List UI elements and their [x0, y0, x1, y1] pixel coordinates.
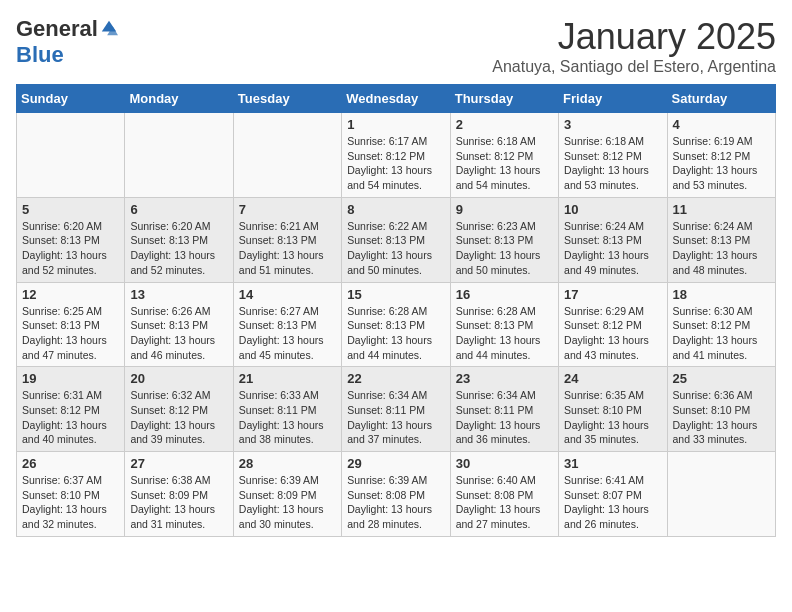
calendar-cell: 27Sunrise: 6:38 AMSunset: 8:09 PMDayligh… — [125, 452, 233, 537]
day-number: 14 — [239, 287, 336, 302]
day-number: 11 — [673, 202, 770, 217]
calendar-cell: 22Sunrise: 6:34 AMSunset: 8:11 PMDayligh… — [342, 367, 450, 452]
day-info: Sunrise: 6:18 AMSunset: 8:12 PMDaylight:… — [456, 134, 553, 193]
day-info: Sunrise: 6:26 AMSunset: 8:13 PMDaylight:… — [130, 304, 227, 363]
day-number: 30 — [456, 456, 553, 471]
calendar-cell: 15Sunrise: 6:28 AMSunset: 8:13 PMDayligh… — [342, 282, 450, 367]
calendar-cell: 12Sunrise: 6:25 AMSunset: 8:13 PMDayligh… — [17, 282, 125, 367]
day-number: 10 — [564, 202, 661, 217]
calendar-cell: 23Sunrise: 6:34 AMSunset: 8:11 PMDayligh… — [450, 367, 558, 452]
calendar-cell: 18Sunrise: 6:30 AMSunset: 8:12 PMDayligh… — [667, 282, 775, 367]
day-info: Sunrise: 6:24 AMSunset: 8:13 PMDaylight:… — [673, 219, 770, 278]
day-number: 19 — [22, 371, 119, 386]
day-number: 25 — [673, 371, 770, 386]
calendar-week-row: 1Sunrise: 6:17 AMSunset: 8:12 PMDaylight… — [17, 113, 776, 198]
day-info: Sunrise: 6:28 AMSunset: 8:13 PMDaylight:… — [456, 304, 553, 363]
day-number: 2 — [456, 117, 553, 132]
calendar-cell: 25Sunrise: 6:36 AMSunset: 8:10 PMDayligh… — [667, 367, 775, 452]
col-header-friday: Friday — [559, 85, 667, 113]
day-info: Sunrise: 6:33 AMSunset: 8:11 PMDaylight:… — [239, 388, 336, 447]
day-info: Sunrise: 6:29 AMSunset: 8:12 PMDaylight:… — [564, 304, 661, 363]
day-info: Sunrise: 6:34 AMSunset: 8:11 PMDaylight:… — [456, 388, 553, 447]
calendar-cell: 7Sunrise: 6:21 AMSunset: 8:13 PMDaylight… — [233, 197, 341, 282]
calendar-cell: 19Sunrise: 6:31 AMSunset: 8:12 PMDayligh… — [17, 367, 125, 452]
day-number: 29 — [347, 456, 444, 471]
calendar-week-row: 12Sunrise: 6:25 AMSunset: 8:13 PMDayligh… — [17, 282, 776, 367]
calendar-cell: 28Sunrise: 6:39 AMSunset: 8:09 PMDayligh… — [233, 452, 341, 537]
day-number: 8 — [347, 202, 444, 217]
month-title: January 2025 — [492, 16, 776, 58]
day-info: Sunrise: 6:32 AMSunset: 8:12 PMDaylight:… — [130, 388, 227, 447]
logo-general: General — [16, 16, 98, 42]
calendar-cell: 16Sunrise: 6:28 AMSunset: 8:13 PMDayligh… — [450, 282, 558, 367]
calendar-cell: 4Sunrise: 6:19 AMSunset: 8:12 PMDaylight… — [667, 113, 775, 198]
day-info: Sunrise: 6:25 AMSunset: 8:13 PMDaylight:… — [22, 304, 119, 363]
calendar-cell: 1Sunrise: 6:17 AMSunset: 8:12 PMDaylight… — [342, 113, 450, 198]
day-info: Sunrise: 6:22 AMSunset: 8:13 PMDaylight:… — [347, 219, 444, 278]
subtitle: Anatuya, Santiago del Estero, Argentina — [492, 58, 776, 76]
day-number: 18 — [673, 287, 770, 302]
calendar-cell: 29Sunrise: 6:39 AMSunset: 8:08 PMDayligh… — [342, 452, 450, 537]
day-number: 23 — [456, 371, 553, 386]
calendar-cell: 9Sunrise: 6:23 AMSunset: 8:13 PMDaylight… — [450, 197, 558, 282]
day-number: 27 — [130, 456, 227, 471]
calendar-table: SundayMondayTuesdayWednesdayThursdayFrid… — [16, 84, 776, 537]
day-info: Sunrise: 6:41 AMSunset: 8:07 PMDaylight:… — [564, 473, 661, 532]
calendar-cell — [125, 113, 233, 198]
calendar-cell: 31Sunrise: 6:41 AMSunset: 8:07 PMDayligh… — [559, 452, 667, 537]
day-number: 5 — [22, 202, 119, 217]
day-info: Sunrise: 6:17 AMSunset: 8:12 PMDaylight:… — [347, 134, 444, 193]
day-number: 17 — [564, 287, 661, 302]
col-header-tuesday: Tuesday — [233, 85, 341, 113]
col-header-sunday: Sunday — [17, 85, 125, 113]
title-section: January 2025 Anatuya, Santiago del Ester… — [492, 16, 776, 76]
day-info: Sunrise: 6:19 AMSunset: 8:12 PMDaylight:… — [673, 134, 770, 193]
day-number: 3 — [564, 117, 661, 132]
day-info: Sunrise: 6:31 AMSunset: 8:12 PMDaylight:… — [22, 388, 119, 447]
day-number: 16 — [456, 287, 553, 302]
calendar-cell: 14Sunrise: 6:27 AMSunset: 8:13 PMDayligh… — [233, 282, 341, 367]
calendar-cell: 24Sunrise: 6:35 AMSunset: 8:10 PMDayligh… — [559, 367, 667, 452]
day-info: Sunrise: 6:30 AMSunset: 8:12 PMDaylight:… — [673, 304, 770, 363]
calendar-cell — [17, 113, 125, 198]
calendar-cell: 30Sunrise: 6:40 AMSunset: 8:08 PMDayligh… — [450, 452, 558, 537]
day-number: 13 — [130, 287, 227, 302]
col-header-wednesday: Wednesday — [342, 85, 450, 113]
day-number: 1 — [347, 117, 444, 132]
calendar-cell: 8Sunrise: 6:22 AMSunset: 8:13 PMDaylight… — [342, 197, 450, 282]
logo: General Blue — [16, 16, 118, 68]
day-number: 26 — [22, 456, 119, 471]
day-info: Sunrise: 6:18 AMSunset: 8:12 PMDaylight:… — [564, 134, 661, 193]
day-info: Sunrise: 6:24 AMSunset: 8:13 PMDaylight:… — [564, 219, 661, 278]
day-number: 22 — [347, 371, 444, 386]
calendar-cell: 10Sunrise: 6:24 AMSunset: 8:13 PMDayligh… — [559, 197, 667, 282]
calendar-cell: 17Sunrise: 6:29 AMSunset: 8:12 PMDayligh… — [559, 282, 667, 367]
day-info: Sunrise: 6:21 AMSunset: 8:13 PMDaylight:… — [239, 219, 336, 278]
day-number: 15 — [347, 287, 444, 302]
day-number: 4 — [673, 117, 770, 132]
day-info: Sunrise: 6:39 AMSunset: 8:09 PMDaylight:… — [239, 473, 336, 532]
calendar-cell: 3Sunrise: 6:18 AMSunset: 8:12 PMDaylight… — [559, 113, 667, 198]
page-header: General Blue January 2025 Anatuya, Santi… — [16, 16, 776, 76]
day-info: Sunrise: 6:27 AMSunset: 8:13 PMDaylight:… — [239, 304, 336, 363]
day-info: Sunrise: 6:40 AMSunset: 8:08 PMDaylight:… — [456, 473, 553, 532]
calendar-cell: 13Sunrise: 6:26 AMSunset: 8:13 PMDayligh… — [125, 282, 233, 367]
day-number: 6 — [130, 202, 227, 217]
day-number: 21 — [239, 371, 336, 386]
day-number: 12 — [22, 287, 119, 302]
calendar-cell — [667, 452, 775, 537]
calendar-cell: 5Sunrise: 6:20 AMSunset: 8:13 PMDaylight… — [17, 197, 125, 282]
day-info: Sunrise: 6:35 AMSunset: 8:10 PMDaylight:… — [564, 388, 661, 447]
day-info: Sunrise: 6:20 AMSunset: 8:13 PMDaylight:… — [22, 219, 119, 278]
day-number: 31 — [564, 456, 661, 471]
day-info: Sunrise: 6:37 AMSunset: 8:10 PMDaylight:… — [22, 473, 119, 532]
calendar-cell: 6Sunrise: 6:20 AMSunset: 8:13 PMDaylight… — [125, 197, 233, 282]
day-info: Sunrise: 6:34 AMSunset: 8:11 PMDaylight:… — [347, 388, 444, 447]
calendar-cell: 20Sunrise: 6:32 AMSunset: 8:12 PMDayligh… — [125, 367, 233, 452]
day-info: Sunrise: 6:36 AMSunset: 8:10 PMDaylight:… — [673, 388, 770, 447]
calendar-cell: 26Sunrise: 6:37 AMSunset: 8:10 PMDayligh… — [17, 452, 125, 537]
col-header-thursday: Thursday — [450, 85, 558, 113]
calendar-header-row: SundayMondayTuesdayWednesdayThursdayFrid… — [17, 85, 776, 113]
col-header-saturday: Saturday — [667, 85, 775, 113]
day-info: Sunrise: 6:23 AMSunset: 8:13 PMDaylight:… — [456, 219, 553, 278]
